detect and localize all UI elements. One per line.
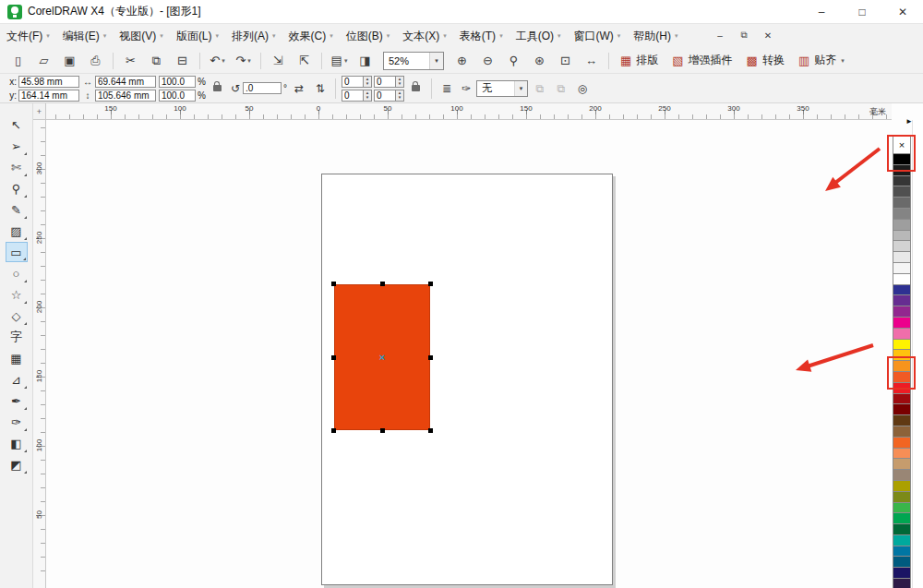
corner-top-left-input[interactable]	[342, 76, 364, 88]
selection-handle-middle-left[interactable]	[331, 355, 336, 360]
spinner-buttons[interactable]: ▴▾	[364, 76, 372, 88]
open-document[interactable]: ▱	[31, 51, 56, 71]
lock-ratio-button[interactable]	[209, 78, 227, 99]
zoom-out[interactable]: ⊖	[475, 51, 500, 71]
new-document[interactable]: ▯	[6, 51, 30, 71]
zoom-level-select[interactable]: 52%▾	[383, 52, 444, 70]
document-restore-button[interactable]: ⧉	[735, 27, 753, 43]
maximize-button[interactable]: □	[842, 0, 882, 23]
outline-pen-tool[interactable]: ✑	[6, 412, 28, 432]
spinner-down-icon[interactable]: ▾	[396, 81, 403, 86]
spinner-down-icon[interactable]: ▾	[396, 95, 403, 100]
mirror-vertical-button[interactable]: ⇅	[311, 78, 330, 99]
copy[interactable]: ⧉	[144, 51, 169, 71]
menu-edit[interactable]: 编辑(E)▾	[56, 24, 114, 48]
snap-to-button[interactable]: ▥贴齐▾	[792, 51, 851, 71]
smart-fill-tool[interactable]: ▨	[6, 221, 28, 241]
spinner-buttons[interactable]: ▴▾	[396, 90, 404, 102]
zoom-in[interactable]: ⊕	[450, 51, 474, 71]
paste[interactable]: ⊟	[170, 51, 195, 71]
corner-top-right-input[interactable]	[374, 76, 396, 88]
eyedropper-tool[interactable]: ✒	[6, 390, 28, 411]
menu-file[interactable]: 文件(F)▾	[0, 24, 56, 48]
zoom-to-page[interactable]: ⊡	[553, 51, 578, 71]
selection-handle-bottom-center[interactable]	[380, 428, 385, 433]
menu-arrange[interactable]: 排列(A)▾	[225, 24, 282, 48]
dimension-tool[interactable]: ⊿	[6, 369, 28, 390]
width-input[interactable]	[95, 76, 156, 88]
menu-bitmaps[interactable]: 位图(B)▾	[340, 24, 397, 48]
mirror-horizontal-button[interactable]: ⇄	[290, 78, 308, 99]
color-swatch[interactable]	[893, 578, 911, 588]
selection-handle-middle-right[interactable]	[428, 355, 433, 360]
rectangle-tool[interactable]: ▭	[6, 242, 28, 262]
menu-table[interactable]: 表格(T)▾	[453, 24, 509, 48]
undo[interactable]: ↶▾	[205, 51, 230, 71]
selection-handle-bottom-left[interactable]	[331, 428, 336, 433]
wrap-text-button[interactable]: ≣	[438, 78, 456, 99]
height-input[interactable]	[95, 90, 156, 102]
corner-bottom-right-input[interactable]	[374, 90, 396, 102]
to-front-button[interactable]: ⧉	[531, 78, 549, 99]
convert-to-curves-button[interactable]: ◎	[573, 78, 592, 99]
spinner-down-icon[interactable]: ▾	[364, 81, 371, 86]
document-close-button[interactable]: ✕	[759, 27, 777, 43]
interactive-fill-tool[interactable]: ◩	[6, 454, 28, 474]
scale-x-input[interactable]	[159, 76, 196, 88]
canvas[interactable]: ×	[46, 120, 892, 588]
spinner-buttons[interactable]: ▴▾	[396, 76, 404, 88]
text-tool[interactable]: 字	[6, 327, 28, 347]
zoom-tool[interactable]: ⚲	[6, 178, 28, 198]
x-position-input[interactable]	[18, 76, 79, 88]
plugins-button[interactable]: ▧增强插件	[665, 51, 738, 71]
selection-handle-top-left[interactable]	[331, 282, 336, 286]
menu-view[interactable]: 视图(V)▾	[113, 24, 170, 48]
crop-tool[interactable]: ✄	[6, 157, 28, 177]
table-tool[interactable]: ▦	[6, 348, 28, 368]
freehand-tool[interactable]: ✎	[6, 199, 28, 220]
zoom-to-selection[interactable]: ⚲	[501, 51, 526, 71]
no-color-swatch[interactable]: ×	[893, 136, 911, 154]
spinner-down-icon[interactable]: ▾	[364, 95, 371, 100]
selection-handle-top-center[interactable]	[380, 282, 385, 286]
menu-layout[interactable]: 版面(L)▾	[170, 24, 225, 48]
outline-width-select[interactable]: 无 ▾	[476, 80, 528, 97]
save-document[interactable]: ▣	[57, 51, 82, 71]
fill-tool[interactable]: ◧	[6, 433, 28, 453]
selection-handle-bottom-right[interactable]	[428, 428, 433, 433]
polygon-tool[interactable]: ☆	[6, 284, 28, 305]
menu-effects[interactable]: 效果(C)▾	[282, 24, 340, 48]
print-document[interactable]: ⎙	[83, 51, 108, 71]
close-button[interactable]: ✕	[882, 0, 923, 23]
spinner-buttons[interactable]: ▴▾	[364, 90, 372, 102]
zoom-to-all-objects[interactable]: ⊛	[527, 51, 552, 71]
menu-help[interactable]: 帮助(H)▾	[627, 24, 684, 48]
ellipse-tool[interactable]: ○	[6, 263, 28, 283]
rotation-input[interactable]	[243, 82, 282, 94]
redo[interactable]: ↷▾	[231, 51, 256, 71]
corner-bottom-left-input[interactable]	[342, 90, 364, 102]
lock-corners-button[interactable]	[407, 78, 426, 99]
export[interactable]: ⇱	[292, 51, 317, 71]
document-minimize-button[interactable]: –	[711, 27, 729, 43]
shape-tool[interactable]: ➢	[6, 136, 28, 156]
scale-y-input[interactable]	[159, 90, 196, 102]
palette-scrollbar[interactable]	[912, 120, 923, 588]
pick-tool[interactable]: ↖	[6, 114, 28, 135]
ruler-origin[interactable]: +	[33, 103, 46, 120]
zoom-to-page-width[interactable]: ↔	[579, 51, 604, 71]
to-back-button[interactable]: ⧉	[552, 78, 570, 99]
y-position-input[interactable]	[18, 90, 79, 102]
menu-window[interactable]: 窗口(W)▾	[567, 24, 627, 48]
layout-button[interactable]: ▦排版	[614, 51, 665, 71]
palette-flyout-icon[interactable]: ►	[905, 118, 913, 126]
cut[interactable]: ✂	[118, 51, 143, 71]
horizontal-ruler[interactable]: 毫米 15010050050100150200250300350	[46, 103, 892, 120]
minimize-button[interactable]: –	[801, 0, 842, 23]
menu-tools[interactable]: 工具(O)▾	[509, 24, 568, 48]
vertical-ruler[interactable]: 30025020015010050	[33, 120, 46, 588]
import[interactable]: ⇲	[266, 51, 291, 71]
menu-text[interactable]: 文本(X)▾	[396, 24, 453, 48]
selection-handle-top-right[interactable]	[428, 282, 433, 286]
convert-button[interactable]: ▩转换	[740, 51, 791, 71]
